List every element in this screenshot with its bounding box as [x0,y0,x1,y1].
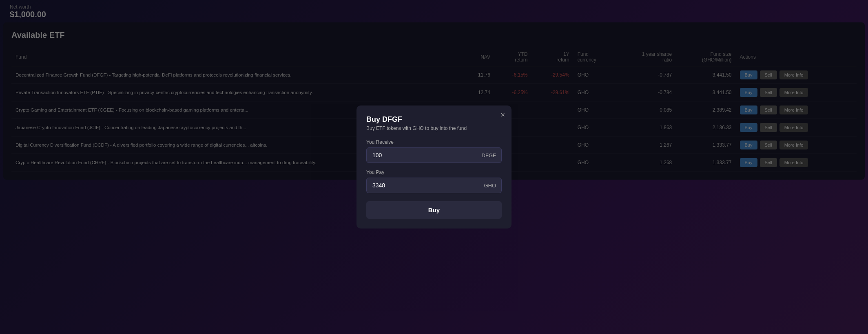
pay-currency: GHO [484,182,496,189]
modal-subtitle: Buy ETF tokens with GHO to buy into the … [366,125,502,131]
receive-currency: DFGF [482,152,496,158]
pay-input-wrap: GHO [366,178,502,193]
pay-label: You Pay [366,169,502,175]
receive-label: You Receive [366,139,502,145]
modal-close-button[interactable]: × [500,111,505,119]
pay-input[interactable] [366,178,502,193]
modal-title: Buy DFGF [366,115,502,124]
modal-buy-button[interactable]: Buy [366,201,502,219]
receive-input-wrap: DFGF [366,147,502,163]
modal-overlay[interactable]: × Buy DFGF Buy ETF tokens with GHO to bu… [0,0,868,334]
buy-modal: × Buy DFGF Buy ETF tokens with GHO to bu… [356,105,512,229]
